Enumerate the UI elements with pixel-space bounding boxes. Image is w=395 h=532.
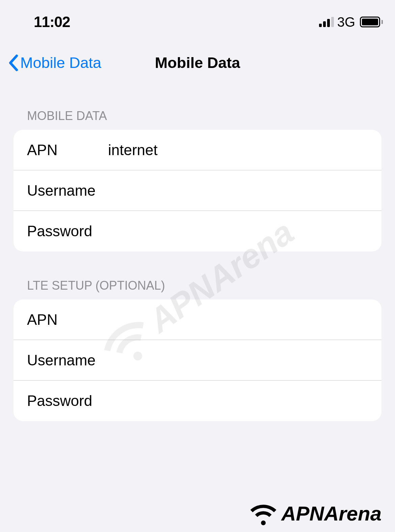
row-label: APN [27,142,108,159]
wifi-icon [248,502,279,525]
lte-password-input[interactable] [108,392,368,409]
network-type-label: 3G [337,15,355,30]
username-input[interactable] [108,182,368,199]
row-label: Password [27,392,108,409]
lte-apn-input[interactable] [108,311,368,328]
chevron-left-icon [8,54,18,71]
watermark-bottom-text: APNArena [281,502,381,525]
section-header-lte-setup: LTE SETUP (OPTIONAL) [0,279,395,293]
status-bar: 11:02 3G [0,0,395,41]
status-indicators: 3G [319,15,381,30]
row-label: Password [27,223,108,240]
settings-row-lte-apn[interactable]: APN [14,299,381,340]
settings-group-lte: APN Username Password [14,299,381,421]
settings-row-lte-password[interactable]: Password [14,381,381,421]
section-header-mobile-data: MOBILE DATA [0,109,395,123]
row-label: Username [27,182,108,199]
signal-icon [319,17,334,27]
settings-group-mobile-data: APN Username Password [14,130,381,251]
page-title: Mobile Data [155,54,240,72]
settings-row-username[interactable]: Username [14,170,381,211]
settings-row-password[interactable]: Password [14,211,381,251]
password-input[interactable] [108,223,368,240]
settings-row-apn[interactable]: APN [14,130,381,170]
row-label: APN [27,311,108,328]
row-label: Username [27,352,108,369]
lte-username-input[interactable] [108,352,368,369]
back-label: Mobile Data [20,54,101,72]
status-time: 11:02 [34,14,70,30]
battery-icon [360,17,381,27]
navigation-bar: Mobile Data Mobile Data [0,41,395,82]
apn-input[interactable] [108,142,368,159]
settings-row-lte-username[interactable]: Username [14,340,381,381]
back-button[interactable]: Mobile Data [8,54,101,72]
watermark-bottom: APNArena [248,502,381,525]
